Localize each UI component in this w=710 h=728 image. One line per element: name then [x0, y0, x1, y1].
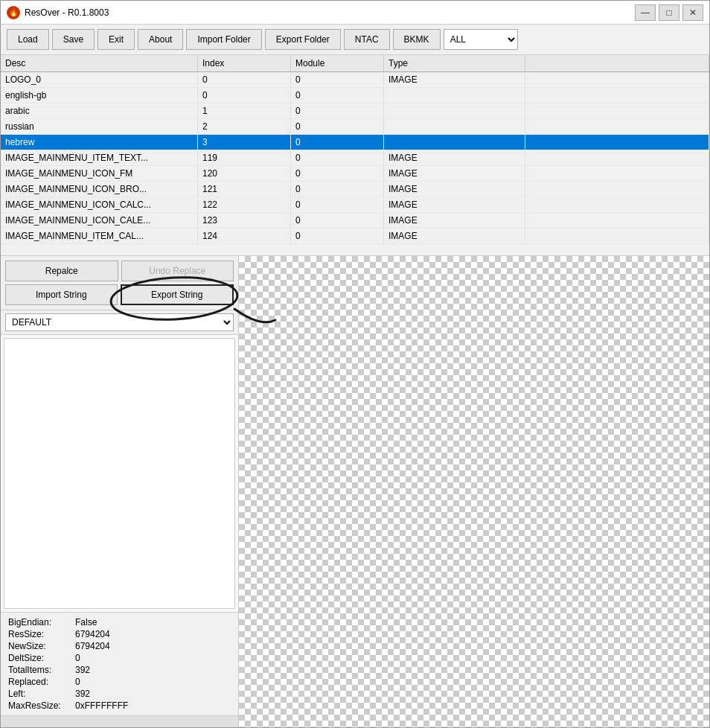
col-header-extra — [525, 55, 709, 71]
action-row-1: Repalce Undo Replace — [5, 261, 234, 281]
table-cell — [525, 150, 709, 165]
table-cell — [525, 166, 709, 181]
exit-button[interactable]: Exit — [97, 29, 135, 50]
replaced-label: Replaced: — [8, 677, 75, 687]
table-cell: 120 — [198, 166, 291, 181]
title-bar-left: 🔥 ResOver - R0.1.8003 — [7, 6, 109, 19]
table-cell: IMAGE_MAINMENU_ITEM_TEXT... — [1, 150, 198, 165]
import-folder-button[interactable]: Import Folder — [186, 29, 261, 50]
big-endian-label: BigEndian: — [8, 617, 75, 628]
table-cell: 0 — [291, 103, 384, 118]
res-size-label: ResSize: — [8, 629, 75, 639]
table-cell — [525, 119, 709, 134]
close-button[interactable]: ✕ — [682, 4, 703, 21]
ntac-button[interactable]: NTAC — [344, 29, 390, 50]
table-cell: 3 — [198, 135, 291, 150]
app-icon: 🔥 — [7, 6, 20, 19]
table-cell: 0 — [291, 88, 384, 103]
checker-pattern — [239, 256, 709, 727]
table-cell — [384, 119, 525, 134]
table-cell: 0 — [291, 182, 384, 197]
table-row[interactable]: russian20 — [1, 119, 709, 135]
about-button[interactable]: About — [138, 29, 183, 50]
table-cell: IMAGE — [384, 72, 525, 87]
big-endian-value: False — [75, 617, 231, 628]
replaced-value: 0 — [75, 677, 231, 687]
table-row[interactable]: IMAGE_MAINMENU_ICON_BRO...1210IMAGE — [1, 182, 709, 197]
table-row[interactable]: IMAGE_MAINMENU_ICON_CALE...1230IMAGE — [1, 213, 709, 229]
table-cell: IMAGE_MAINMENU_ICON_CALE... — [1, 213, 198, 228]
table-cell: 0 — [291, 213, 384, 228]
left-value: 392 — [75, 689, 231, 699]
status-panel: BigEndian: False ResSize: 6794204 NewSiz… — [1, 612, 238, 715]
table-cell: IMAGE_MAINMENU_ITEM_CAL... — [1, 229, 198, 243]
save-button[interactable]: Save — [52, 29, 95, 50]
load-button[interactable]: Load — [7, 29, 49, 50]
table-cell: IMAGE — [384, 197, 525, 212]
action-row-2: Import String Export String — [5, 284, 234, 305]
window-title: ResOver - R0.1.8003 — [25, 7, 109, 18]
bottom-area: Repalce Undo Replace Import String Expor… — [1, 256, 709, 727]
table-cell: 0 — [291, 166, 384, 181]
new-size-label: NewSize: — [8, 641, 75, 651]
table-cell: 122 — [198, 197, 291, 212]
table-cell: IMAGE — [384, 182, 525, 197]
bkmk-button[interactable]: BKMK — [393, 29, 441, 50]
total-items-label: TotalItems: — [8, 665, 75, 675]
table-row[interactable]: LOGO_000IMAGE — [1, 72, 709, 88]
title-bar: 🔥 ResOver - R0.1.8003 — □ ✕ — [1, 1, 709, 25]
table-body: LOGO_000IMAGEenglish-gb00arabic10russian… — [1, 72, 709, 255]
table-cell: IMAGE — [384, 229, 525, 243]
left-label: Left: — [8, 689, 75, 699]
table-cell — [525, 103, 709, 118]
table-cell — [525, 229, 709, 243]
table-cell: 124 — [198, 229, 291, 243]
table-cell: 1 — [198, 103, 291, 118]
table-cell — [525, 88, 709, 103]
table-cell: 123 — [198, 213, 291, 228]
table-row[interactable]: IMAGE_MAINMENU_ICON_CALC...1220IMAGE — [1, 197, 709, 213]
right-panel — [239, 256, 709, 727]
format-select[interactable]: DEFAULT UTF-8 ASCII UNICODE — [5, 313, 234, 331]
table-row[interactable]: arabic10 — [1, 103, 709, 119]
minimize-button[interactable]: — — [635, 4, 656, 21]
table-cell: 2 — [198, 119, 291, 134]
main-window: 🔥 ResOver - R0.1.8003 — □ ✕ Load Save Ex… — [0, 0, 710, 728]
table-cell — [525, 182, 709, 197]
maximize-button[interactable]: □ — [659, 4, 679, 21]
table-row[interactable]: IMAGE_MAINMENU_ITEM_CAL...1240IMAGE — [1, 229, 709, 244]
table-cell — [384, 135, 525, 150]
bottom-scrollbar[interactable] — [1, 715, 238, 727]
import-string-button[interactable]: Import String — [5, 284, 118, 305]
table-cell: hebrew — [1, 135, 198, 150]
main-content: Desc Index Module Type LOGO_000IMAGEengl… — [1, 55, 709, 727]
text-area-container — [1, 335, 238, 612]
table-row[interactable]: IMAGE_MAINMENU_ICON_FM1200IMAGE — [1, 166, 709, 182]
table-cell: IMAGE — [384, 166, 525, 181]
table-cell: IMAGE_MAINMENU_ICON_FM — [1, 166, 198, 181]
table-cell: 0 — [291, 197, 384, 212]
table-header: Desc Index Module Type — [1, 55, 709, 72]
table-cell: IMAGE — [384, 150, 525, 165]
col-header-index: Index — [198, 55, 291, 71]
action-buttons: Repalce Undo Replace Import String Expor… — [1, 256, 238, 310]
table-cell: 0 — [198, 72, 291, 87]
filter-select[interactable]: ALL — [444, 29, 518, 50]
table-cell: 0 — [291, 150, 384, 165]
undo-replace-button[interactable]: Undo Replace — [121, 261, 234, 281]
replace-button[interactable]: Repalce — [5, 261, 118, 281]
export-string-button[interactable]: Export String — [121, 284, 234, 305]
table-row[interactable]: hebrew30 — [1, 135, 709, 150]
string-textarea[interactable] — [4, 338, 235, 609]
table-cell — [384, 88, 525, 103]
table-cell — [384, 103, 525, 118]
title-bar-controls: — □ ✕ — [635, 4, 703, 21]
new-size-value: 6794204 — [75, 641, 231, 651]
table-area: Desc Index Module Type LOGO_000IMAGEengl… — [1, 55, 709, 256]
table-cell: english-gb — [1, 88, 198, 103]
export-folder-button[interactable]: Export Folder — [265, 29, 341, 50]
table-row[interactable]: english-gb00 — [1, 88, 709, 103]
table-cell — [525, 197, 709, 212]
table-row[interactable]: IMAGE_MAINMENU_ITEM_TEXT...1190IMAGE — [1, 150, 709, 166]
table-cell: 0 — [291, 135, 384, 150]
